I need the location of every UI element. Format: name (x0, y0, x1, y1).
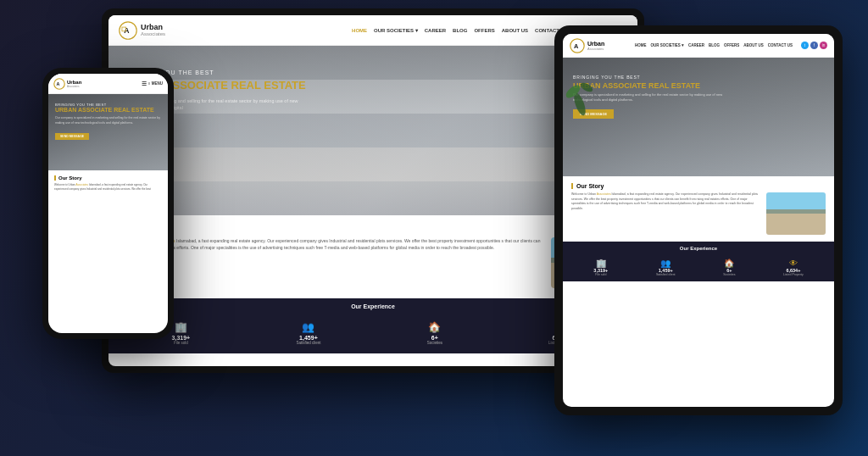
logo-svg-icon: A (119, 21, 137, 40)
nav-blog[interactable]: BLOG (453, 28, 467, 33)
nav-about[interactable]: ABOUT US (502, 28, 528, 33)
t-stat-listed: 👁 6,634+ Listed Property (783, 259, 804, 276)
tablet-screen: A Urban Associates HOME OUR SOCIETIES ▾ … (563, 34, 834, 407)
desktop-nav-links: HOME OUR SOCIETIES ▾ CAREER BLOG OFFERS … (352, 27, 568, 33)
scene: A Urban Associates HOME OUR SOCIETIES ▾ … (0, 0, 868, 456)
story-body: Welcome to Urban Associates Islamabad, a… (119, 237, 627, 288)
tablet-nav-links: HOME OUR SOCIETIES ▾ CAREER BLOG OFFERS … (635, 43, 793, 47)
t-nav-offers[interactable]: OFFERS (724, 43, 739, 47)
t-nav-career[interactable]: CAREER (688, 43, 704, 47)
stat-societies-number: 6+ (427, 335, 442, 341)
story-heading: Our Story (119, 225, 627, 234)
stat-files-sold: 🏢 3,319+ File sold (172, 321, 191, 345)
t-story-img (766, 192, 826, 235)
mobile-device: A Urban Associates ☰ ≡ MENU (42, 68, 174, 339)
svg-text:A: A (57, 81, 60, 86)
t-story-title: Our Story (571, 183, 826, 189)
mobile-menu-label: ≡ MENU (148, 81, 163, 86)
t-building-icon: 🏢 (593, 259, 608, 268)
m-hero-btn[interactable]: SEND MESSAGE (55, 133, 89, 140)
t-stat-societies: 🏠 6+ Societies (723, 259, 735, 276)
mobile-story: Our Story Welcome to Urban Associates Is… (48, 170, 168, 197)
mobile-logo-text: Urban (67, 80, 81, 85)
nav-offers[interactable]: OFFERS (474, 28, 494, 33)
tablet-device: A Urban Associates HOME OUR SOCIETIES ▾ … (554, 25, 843, 415)
stat-societies-label: Societies (427, 341, 442, 345)
t-stat-clients-lbl: Satisfied client (656, 273, 676, 276)
t-nav-about[interactable]: ABOUT US (743, 43, 764, 47)
stat-files-number: 3,319+ (172, 335, 191, 341)
tablet-plant (563, 58, 597, 117)
t-nav-contact[interactable]: CONTACT US (768, 43, 793, 47)
tablet-hero: BRINGING YOU THE BEST URBAN ASSOCIATE RE… (563, 58, 834, 176)
mobile-frame: A Urban Associates ☰ ≡ MENU (42, 68, 174, 339)
building-icon: 🏢 (172, 321, 191, 333)
t-instagram-icon[interactable]: in (820, 42, 827, 49)
mobile-hero-content: BRINGING YOU THE BEST URBAN ASSOCIATE RE… (48, 94, 168, 146)
svg-point-12 (579, 81, 594, 94)
t-hero-subtitle: BRINGING YOU THE BEST (573, 75, 824, 80)
t-story-body: Welcome to Urban Associates Islamabad, a… (571, 192, 826, 235)
societies-icon: 🏠 (427, 321, 442, 333)
desktop-logo: A Urban Associates (119, 21, 186, 40)
t-stats-title: Our Experience (563, 242, 834, 253)
nav-societies[interactable]: OUR SOCIETIES ▾ (374, 27, 418, 33)
t-societies-icon: 🏠 (723, 259, 735, 268)
mobile-navbar: A Urban Associates ☰ ≡ MENU (48, 74, 168, 94)
tablet-social-icons: t f in (801, 42, 827, 49)
hero-subtitle: BRINGING YOU THE BEST (122, 70, 624, 75)
t-stat-files-lbl: File sold (593, 273, 608, 276)
clients-icon: 👥 (296, 321, 320, 333)
hero-title: URBAN ASSOCIATE REAL ESTATE (122, 79, 624, 92)
m-story-title: Our Story (54, 175, 162, 181)
mobile-logo-icon: A (53, 78, 65, 90)
m-story-text: Welcome to Urban Associates Islamabad, a… (54, 183, 162, 192)
stat-clients-number: 1,459+ (296, 335, 320, 341)
mobile-screen: A Urban Associates ☰ ≡ MENU (48, 74, 168, 333)
t-stat-soc-lbl: Societies (723, 273, 735, 276)
stat-clients-label: Satisfied client (296, 341, 320, 345)
stat-clients: 👥 1,459+ Satisfied client (296, 321, 320, 345)
hamburger-icon: ☰ (142, 81, 147, 87)
m-hero-title: URBAN ASSOCIATE REAL ESTATE (55, 107, 161, 114)
logo-associates: Associates (141, 31, 165, 36)
t-nav-blog[interactable]: BLOG (709, 43, 720, 47)
logo-urban: Urban (141, 24, 165, 31)
t-nav-societies[interactable]: OUR SOCIETIES ▾ (651, 43, 685, 47)
tablet-hero-content: BRINGING YOU THE BEST URBAN ASSOCIATE RE… (563, 58, 834, 127)
t-stat-files: 🏢 3,319+ File sold (593, 259, 608, 276)
t-stat-listed-lbl: Listed Property (783, 273, 804, 276)
svg-text:A: A (124, 26, 129, 35)
t-story-text: Welcome to Urban Associates Islamabad, a… (571, 192, 761, 235)
mobile-menu-toggle[interactable]: ☰ ≡ MENU (142, 81, 163, 87)
t-listed-icon: 👁 (783, 259, 804, 268)
mobile-logo-sub: Associates (67, 85, 81, 88)
tablet-story: Our Story Welcome to Urban Associates Is… (563, 176, 834, 242)
mobile-hero: BRINGING YOU THE BEST URBAN ASSOCIATE RE… (48, 94, 168, 170)
m-hero-desc: Our company is specialized in marketing … (55, 116, 161, 125)
t-stat-clients: 👥 1,459+ Satisfied client (656, 259, 676, 276)
m-story-link[interactable]: Associates (75, 183, 88, 186)
t-clients-icon: 👥 (656, 259, 676, 268)
stat-societies: 🏠 6+ Societies (427, 321, 442, 345)
stat-files-label: File sold (172, 341, 191, 345)
t-twitter-icon[interactable]: t (801, 42, 809, 49)
story-text: Welcome to Urban Associates Islamabad, a… (119, 237, 544, 288)
t-facebook-icon[interactable]: f (810, 42, 818, 49)
t-story-link[interactable]: Associates (597, 192, 611, 196)
tablet-stats: 🏢 3,319+ File sold 👥 1,459+ Satisfied cl… (563, 253, 834, 281)
nav-career[interactable]: CAREER (425, 28, 446, 33)
tablet-frame: A Urban Associates HOME OUR SOCIETIES ▾ … (554, 25, 843, 415)
mobile-logo: A Urban Associates (53, 78, 81, 90)
nav-home[interactable]: HOME (352, 28, 367, 33)
t-hero-title: URBAN ASSOCIATE REAL ESTATE (573, 81, 824, 91)
desktop-hero-content: BRINGING YOU THE BEST URBAN ASSOCIATE RE… (108, 46, 637, 140)
